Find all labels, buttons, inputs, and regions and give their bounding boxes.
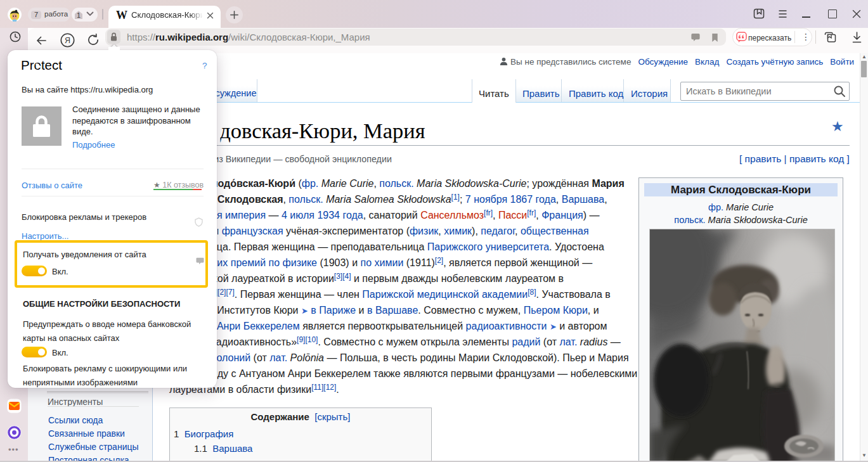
svg-text:Я: Я [65, 36, 70, 45]
svg-text:1: 1 [77, 11, 81, 19]
